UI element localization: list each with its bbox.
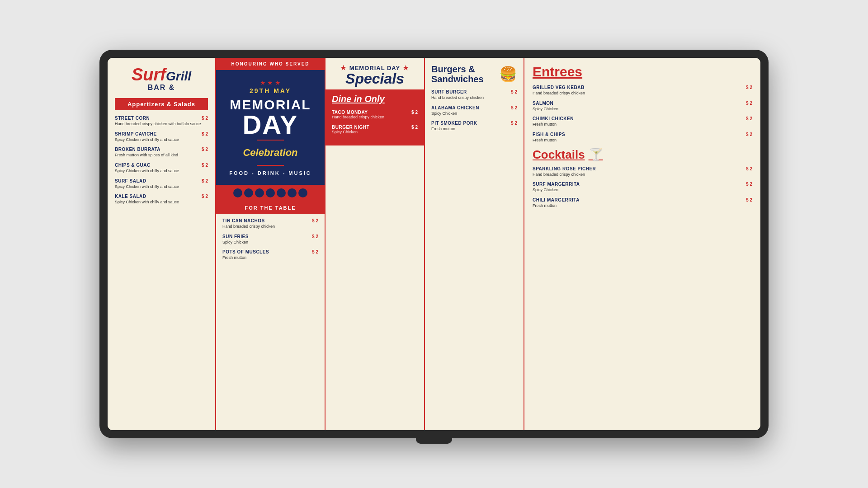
item-name: POTS OF MUSCLES: [222, 249, 269, 254]
item-name: TIN CAN NACHOS: [222, 218, 265, 223]
item-desc: Hand breaded crispy chicken: [431, 95, 517, 101]
item-desc: Hand breaded crispy chicken: [533, 172, 752, 178]
list-item: ALABAMA CHICKEN $ 2 Spicy Chicken: [431, 105, 517, 117]
item-desc: Spicy Chicken with chilly and sauce: [115, 137, 208, 143]
burgers-list: SURF BURGER $ 2 Hand breaded crispy chic…: [431, 89, 517, 132]
banner-date: 29TH MAY: [250, 87, 291, 94]
specials-body: Dine in Only TACO MONDAY $ 2 Hand breade…: [326, 89, 424, 145]
item-name: GRILLED VEG KEBAB: [533, 85, 585, 90]
list-item: BROKEN BURRATA $ 2 Fresh mutton with spi…: [115, 147, 208, 158]
list-item: STREET CORN $ 2 Hand breaded crispy chic…: [115, 116, 208, 127]
list-item: KALE SALAD $ 2 Spicy Chicken with chilly…: [115, 194, 208, 205]
item-name: FISH & CHIPS: [533, 132, 565, 137]
wave-circle-6: [288, 188, 297, 197]
wave-circle-4: [266, 188, 275, 197]
banner-celebration: Celebration: [243, 147, 297, 159]
item-name: ALABAMA CHICKEN: [431, 105, 479, 110]
specials-list: TACO MONDAY $ 2 Hand breaded crispy chic…: [332, 110, 418, 135]
banner-dash-right: [257, 165, 284, 166]
item-desc: Hand breaded crispy chicken: [222, 224, 318, 230]
item-desc: Fresh mutton with spices of all kind: [115, 153, 208, 158]
banner-honouring: HONOURING WHO SERVED: [216, 58, 325, 70]
entrees-list: GRILLED VEG KEBAB $ 2 Hand breaded crisp…: [533, 85, 752, 143]
item-price: $ 2: [202, 163, 208, 168]
item-price: $ 2: [511, 105, 517, 110]
list-item: TACO MONDAY $ 2 Hand breaded crispy chic…: [332, 110, 418, 120]
item-name: SPARKLING ROSE PICHER: [533, 166, 596, 171]
item-price: $ 2: [511, 121, 517, 126]
item-desc: Hand breaded crispy chicken: [332, 115, 418, 120]
item-name: SURF MARGERRITA: [533, 182, 580, 187]
item-name: KALE SALAD: [115, 194, 146, 199]
banner-dash-left: [257, 140, 284, 141]
list-item: CHILI MARGERRITA $ 2 Fresh mutton: [533, 197, 752, 209]
banner-food: FOOD - DRINK - MUSIC: [229, 170, 311, 176]
specials-top: ★ MEMORIAL DAY ★ Specials: [326, 58, 424, 89]
wave-circles: [233, 188, 307, 197]
wave-circle-1: [233, 188, 242, 197]
banner-bottom-waves: [216, 185, 325, 201]
item-desc: Fresh mutton: [533, 122, 752, 127]
item-price: $ 2: [202, 147, 208, 152]
burger-icon: 🍔: [499, 66, 517, 83]
tv-frame: SurfGrill BAR & Appertizers & Salads STR…: [99, 50, 769, 438]
list-item: CHIMKI CHICKEN $ 2 Fresh mutton: [533, 116, 752, 127]
item-price: $ 2: [746, 182, 752, 187]
cocktails-list: SPARKLING ROSE PICHER $ 2 Hand breaded c…: [533, 166, 752, 209]
for-table-header: FOR THE TABLE: [216, 202, 325, 214]
item-desc: Fresh mutton: [533, 203, 752, 209]
item-desc: Fresh mutton: [222, 255, 318, 261]
item-name: SALMON: [533, 101, 553, 106]
wave-circle-5: [277, 188, 286, 197]
item-desc: Fresh mutton: [533, 138, 752, 143]
list-item: CHIPS & GUAC $ 2 Spicy Chicken with chil…: [115, 163, 208, 174]
item-name: SURF SALAD: [115, 178, 146, 183]
item-name: SUN FRIES: [222, 234, 249, 239]
list-item: SALMON $ 2 Spicy Chicken: [533, 101, 752, 112]
item-name: SURF BURGER: [431, 89, 467, 94]
item-name: CHIMKI CHICKEN: [533, 116, 574, 121]
entrees-column: Entrees GRILLED VEG KEBAB $ 2 Hand bread…: [524, 58, 760, 430]
list-item: POTS OF MUSCLES $ 2 Fresh mutton: [222, 249, 318, 261]
list-item: BURGER NIGHT $ 2 Spicy Chicken: [332, 125, 418, 135]
item-price: $ 2: [312, 218, 318, 223]
burgers-column: Burgers & Sandwiches 🍔 SURF BURGER $ 2 H…: [424, 58, 524, 430]
item-name: BROKEN BURRATA: [115, 147, 160, 152]
item-desc: Spicy Chicken: [222, 240, 318, 245]
burgers-title: Burgers & Sandwiches: [431, 64, 495, 84]
item-price: $ 2: [411, 125, 418, 130]
item-desc: Spicy Chicken with chilly and sauce: [115, 200, 208, 205]
item-name: TACO MONDAY: [332, 110, 368, 115]
list-item: SURF BURGER $ 2 Hand breaded crispy chic…: [431, 89, 517, 101]
item-price: $ 2: [511, 89, 517, 94]
item-desc: Fresh mutton: [431, 127, 517, 132]
item-desc: Hand breaded crispy chicken with buffalo…: [115, 122, 208, 127]
entrees-title: Entrees: [533, 64, 752, 80]
banner-main: ★ ★ ★ 29TH MAY MEMORIAL DAY Celebration …: [216, 70, 325, 185]
memorial-banner: HONOURING WHO SERVED ★ ★ ★ 29TH MAY MEMO…: [216, 58, 325, 201]
logo-area: SurfGrill BAR &: [115, 66, 208, 92]
appetizers-list: STREET CORN $ 2 Hand breaded crispy chic…: [115, 116, 208, 205]
item-price: $ 2: [202, 194, 208, 199]
item-price: $ 2: [746, 101, 752, 106]
list-item: SPARKLING ROSE PICHER $ 2 Hand breaded c…: [533, 166, 752, 178]
list-item: SURF MARGERRITA $ 2 Spicy Chicken: [533, 182, 752, 193]
item-desc: Spicy Chicken: [431, 111, 517, 117]
specials-column: ★ MEMORIAL DAY ★ Specials Dine in Only T…: [325, 58, 424, 430]
logo-surf: SurfGrill: [115, 66, 208, 84]
banner-stars-top: ★ ★ ★: [260, 79, 281, 86]
wave-circle-2: [244, 188, 253, 197]
banner-day: DAY: [242, 112, 298, 138]
item-price: $ 2: [411, 110, 418, 115]
item-desc: Spicy Chicken: [533, 188, 752, 193]
specials-script: Specials: [332, 71, 418, 86]
item-desc: Spicy Chicken with chilly and sauce: [115, 169, 208, 174]
item-name: STREET CORN: [115, 116, 150, 121]
wave-circle-7: [298, 188, 307, 197]
item-price: $ 2: [746, 116, 752, 121]
appetizers-column: SurfGrill BAR & Appertizers & Salads STR…: [108, 58, 216, 430]
list-item: FISH & CHIPS $ 2 Fresh mutton: [533, 132, 752, 143]
item-name: BURGER NIGHT: [332, 125, 369, 130]
list-item: TIN CAN NACHOS $ 2 Hand breaded crispy c…: [222, 218, 318, 230]
item-name: PIT SMOKED PORK: [431, 121, 477, 126]
